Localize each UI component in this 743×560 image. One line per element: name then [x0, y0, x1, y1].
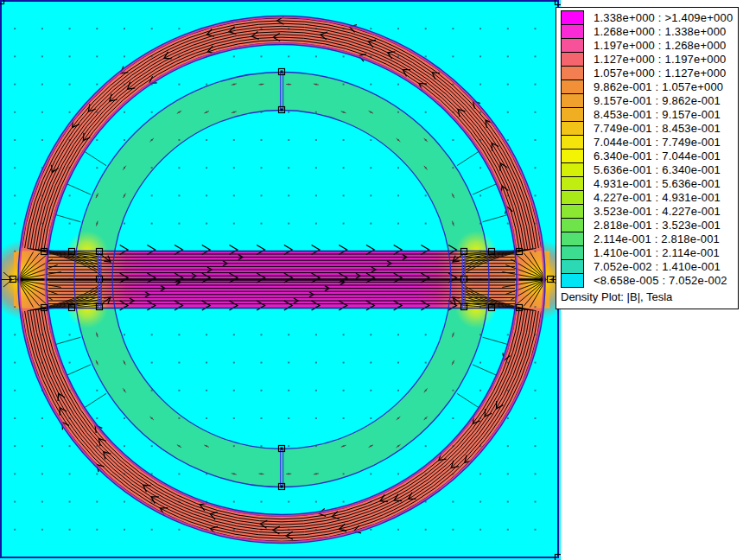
legend-entry-label: 4.227e-001 : 4.931e-001: [594, 191, 721, 204]
node-marker-inner: [281, 486, 283, 488]
legend-color-swatch: [561, 149, 584, 163]
legend-entry-label: 1.268e+000 : 1.338e+000: [594, 25, 727, 38]
legend-entry: 9.157e-001 : 9.862e-001: [561, 93, 738, 108]
legend-entry-label: 9.862e-001 : 1.057e+000: [594, 80, 723, 93]
density-plot-canvas[interactable]: [0, 0, 561, 560]
legend-entry: 2.818e-001 : 3.523e-001: [561, 218, 738, 232]
legend-title: Density Plot: |B|, Tesla: [561, 290, 738, 303]
legend-entry-label: 7.044e-001 : 7.749e-001: [594, 136, 721, 149]
legend-panel: 1.338e+000 : >1.409e+0001.268e+000 : 1.3…: [556, 7, 739, 309]
legend-entry: 4.227e-001 : 4.931e-001: [561, 190, 738, 205]
legend-color-swatch: [561, 10, 584, 25]
legend-entry: 7.749e-001 : 8.453e-001: [561, 121, 738, 136]
legend-color-swatch: [561, 38, 584, 53]
legend-color-swatch: [561, 259, 584, 274]
legend-entry: 2.114e-001 : 2.818e-001: [561, 232, 738, 246]
legend-color-swatch: [561, 24, 584, 39]
legend-entry: 1.197e+000 : 1.268e+000: [561, 38, 738, 53]
legend-entry: 6.340e-001 : 7.044e-001: [561, 149, 738, 163]
legend-entry-label: 9.157e-001 : 9.862e-001: [594, 94, 721, 107]
legend-color-swatch: [561, 190, 584, 205]
legend-entry-label: 1.057e+000 : 1.127e+000: [594, 67, 727, 80]
legend-entry-label: 4.931e-001 : 5.636e-001: [594, 177, 721, 190]
legend-color-swatch: [561, 121, 584, 136]
node-marker-inner: [281, 71, 283, 73]
legend-entry-label: <8.658e-005 : 7.052e-002: [594, 274, 727, 287]
legend-entry: 8.453e-001 : 9.157e-001: [561, 107, 738, 122]
legend-entry-label: 7.052e-002 : 1.410e-001: [594, 260, 721, 273]
legend-entry-label: 2.818e-001 : 3.523e-001: [594, 219, 721, 232]
legend-entry: 1.338e+000 : >1.409e+000: [561, 10, 738, 25]
legend-rows: 1.338e+000 : >1.409e+0001.268e+000 : 1.3…: [556, 8, 738, 288]
legend-color-swatch: [561, 245, 584, 260]
legend-color-swatch: [561, 176, 584, 191]
legend-entry-label: 6.340e-001 : 7.044e-001: [594, 150, 721, 162]
legend-color-swatch: [561, 52, 584, 67]
legend-color-swatch: [561, 162, 584, 177]
legend-entry-label: 1.410e-001 : 2.114e-001: [594, 246, 720, 259]
legend-entry: 4.931e-001 : 5.636e-001: [561, 176, 738, 191]
legend-color-swatch: [561, 107, 584, 122]
legend-entry: 7.044e-001 : 7.749e-001: [561, 135, 738, 150]
legend-color-swatch: [561, 218, 584, 232]
legend-entry: 7.052e-002 : 1.410e-001: [561, 259, 738, 274]
node-marker-inner: [281, 448, 283, 450]
legend-entry: 3.523e-001 : 4.227e-001: [561, 204, 738, 219]
legend-entry-label: 8.453e-001 : 9.157e-001: [594, 108, 721, 121]
legend-entry-label: 1.338e+000 : >1.409e+000: [594, 11, 733, 24]
legend-entry-label: 7.749e-001 : 8.453e-001: [594, 122, 721, 135]
legend-entry-label: 2.114e-001 : 2.818e-001: [594, 232, 720, 245]
legend-color-swatch: [561, 93, 584, 108]
legend-entry-label: 1.127e+000 : 1.197e+000: [594, 53, 727, 66]
legend-entry: 5.636e-001 : 6.340e-001: [561, 162, 738, 177]
legend-color-swatch: [561, 273, 584, 288]
node-marker-inner: [281, 109, 283, 111]
legend-entry-label: 3.523e-001 : 4.227e-001: [594, 205, 721, 218]
legend-color-swatch: [561, 80, 584, 94]
legend-entry: 1.268e+000 : 1.338e+000: [561, 24, 738, 39]
legend-entry-label: 5.636e-001 : 6.340e-001: [594, 163, 721, 176]
legend-entry: 1.057e+000 : 1.127e+000: [561, 66, 738, 80]
legend-color-swatch: [561, 204, 584, 219]
legend-color-swatch: [561, 135, 584, 150]
density-plot-area[interactable]: [0, 0, 561, 560]
legend-entry: <8.658e-005 : 7.052e-002: [561, 273, 738, 288]
legend-color-swatch: [561, 232, 584, 246]
legend-color-swatch: [561, 66, 584, 80]
legend-entry: 1.127e+000 : 1.197e+000: [561, 52, 738, 67]
legend-entry: 9.862e-001 : 1.057e+000: [561, 80, 738, 94]
legend-entry: 1.410e-001 : 2.114e-001: [561, 245, 738, 260]
legend-entry-label: 1.197e+000 : 1.268e+000: [594, 39, 727, 52]
